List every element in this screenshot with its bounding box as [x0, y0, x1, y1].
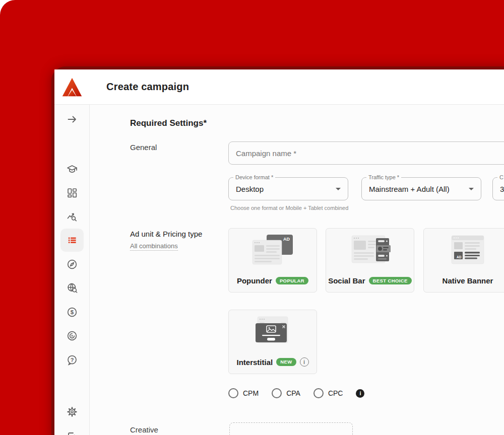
- sidebar-item-dashboard[interactable]: [62, 183, 82, 203]
- interstitial-illustration-icon: [249, 315, 296, 349]
- sidebar: $ ?: [54, 69, 90, 435]
- gear-icon: [66, 406, 78, 418]
- page-title: Create campaign: [106, 81, 189, 93]
- best-choice-badge: BEST CHOICE: [369, 277, 412, 285]
- sidebar-item-campaigns[interactable]: [62, 230, 82, 250]
- interstitial-info-icon[interactable]: i: [300, 357, 309, 367]
- new-badge: NEW: [276, 358, 296, 366]
- list-icon: [66, 234, 78, 246]
- card-title: Native Banner: [443, 276, 493, 285]
- radio-label: CPC: [328, 389, 343, 397]
- svg-text:?: ?: [71, 357, 74, 363]
- traffic-type-label: Traffic type *: [366, 174, 401, 180]
- sidebar-item-finance[interactable]: $: [62, 302, 82, 322]
- compass-icon: [66, 258, 78, 270]
- popunder-illustration-icon: AD: [249, 234, 296, 268]
- chevron-down-icon: [469, 188, 474, 190]
- dollar-icon: $: [66, 306, 78, 318]
- pricing-type-group: CPM CPA CPC i: [228, 388, 364, 398]
- svg-text:AD: AD: [283, 237, 290, 242]
- sidebar-item-collapse[interactable]: [62, 109, 82, 129]
- device-format-helper: Choose one format or Mobile + Tablet com…: [230, 205, 348, 211]
- radio-icon: [228, 388, 238, 398]
- dashboard-grid-icon: [66, 187, 78, 199]
- radio-icon: [272, 388, 282, 398]
- creative-label: Creative: [130, 425, 158, 434]
- adsterra-logo-icon: [61, 76, 83, 98]
- social-bar-illustration-icon: [347, 234, 393, 268]
- arrow-right-icon: [66, 113, 78, 125]
- radio-label: CPA: [286, 389, 300, 397]
- sidebar-item-academy[interactable]: [62, 159, 82, 179]
- chevron-down-icon: [336, 188, 341, 190]
- campaign-name-input[interactable]: [228, 141, 504, 165]
- content: Required Settings* General Device format…: [90, 105, 504, 435]
- card-title: Interstitial: [236, 358, 273, 367]
- card-title: Social Bar: [328, 276, 365, 285]
- question-bubble-icon: ?: [66, 354, 78, 366]
- sidebar-item-help[interactable]: ?: [62, 350, 82, 370]
- native-banner-illustration-icon: AD: [445, 234, 491, 268]
- radio-icon: [313, 388, 324, 398]
- traffic-type-select[interactable]: Traffic type * Mainstream + Adult (All): [361, 177, 481, 200]
- all-combinations-link[interactable]: All combinations: [130, 242, 178, 251]
- sidebar-item-conversions[interactable]: [62, 326, 82, 346]
- section-title: Required Settings*: [130, 118, 207, 128]
- ad-unit-label: Ad unit & Pricing type: [130, 230, 202, 238]
- globe-search-icon: [66, 282, 78, 294]
- ad-unit-card-popunder[interactable]: AD Popunder POPULAR: [228, 228, 317, 293]
- screen: $ ?: [0, 0, 504, 435]
- sidebar-item-explore[interactable]: [62, 254, 82, 274]
- pricing-radio-cpm[interactable]: CPM: [228, 388, 259, 398]
- device-format-value: Desktop: [236, 185, 264, 193]
- ad-unit-card-native-banner[interactable]: AD Native Banner: [423, 228, 504, 293]
- ad-unit-card-social-bar[interactable]: Social Bar BEST CHOICE: [326, 228, 414, 293]
- sidebar-item-settings[interactable]: [62, 402, 82, 422]
- logo-cell[interactable]: [54, 69, 90, 105]
- header: Create campaign: [90, 69, 504, 105]
- creative-upload-dropzone[interactable]: [229, 422, 353, 435]
- pricing-radio-cpa[interactable]: CPA: [272, 388, 300, 398]
- traffic-type-value: Mainstream + Adult (All): [369, 185, 450, 193]
- pricing-info-icon[interactable]: i: [356, 389, 364, 398]
- partial-select[interactable]: C 3: [492, 177, 504, 200]
- partial-select-value: 3: [500, 185, 504, 193]
- general-label: General: [130, 143, 157, 152]
- radio-label: CPM: [243, 389, 259, 397]
- sidebar-item-traffic[interactable]: [62, 278, 82, 298]
- target-icon: [66, 330, 78, 342]
- graduation-cap-icon: [66, 163, 78, 175]
- svg-text:$: $: [71, 309, 74, 315]
- device-format-select[interactable]: Device format * Desktop: [228, 177, 348, 200]
- app-window: $ ?: [51, 66, 504, 435]
- popular-badge: POPULAR: [276, 277, 308, 285]
- pricing-radio-cpc[interactable]: CPC: [313, 388, 343, 398]
- chart-search-icon: [66, 211, 78, 223]
- card-title: Popunder: [237, 276, 272, 285]
- svg-text:AD: AD: [457, 255, 462, 259]
- ad-unit-card-interstitial[interactable]: Interstitial NEW i: [228, 310, 317, 374]
- logout-icon: [66, 431, 78, 435]
- partial-select-label: C: [497, 174, 504, 180]
- sidebar-item-statistics[interactable]: [62, 207, 82, 227]
- device-format-label: Device format *: [233, 174, 275, 180]
- sidebar-item-logout[interactable]: [62, 427, 82, 435]
